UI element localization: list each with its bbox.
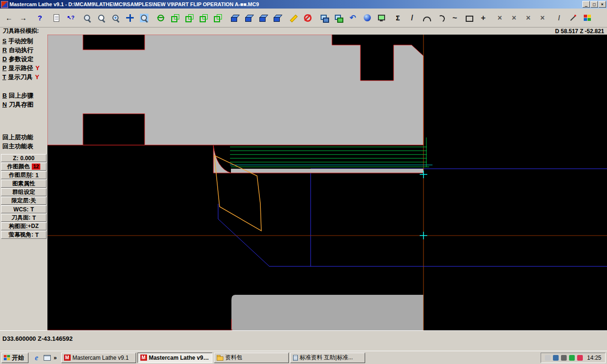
task-buttons: MMastercam Lathe v9.1MMastercam Lathe v9… bbox=[61, 353, 365, 363]
menu-backup-menu[interactable]: 回上层功能 bbox=[0, 133, 47, 142]
zoom-window-button[interactable] bbox=[94, 11, 109, 25]
minimize-button[interactable]: _ bbox=[582, 1, 590, 8]
titlebar[interactable]: Mastercam Lathe v9.1 - D:\MCAM9\LATHE\MC… bbox=[0, 0, 607, 9]
arc-button[interactable] bbox=[419, 11, 433, 25]
group-settings-button[interactable]: 群组设定 bbox=[1, 188, 46, 196]
quicklaunch-overflow-chevron[interactable]: » bbox=[53, 355, 58, 361]
folder-icon bbox=[217, 356, 223, 361]
fillet-button[interactable] bbox=[566, 11, 580, 25]
menu-backup-step[interactable]: B回上步骤 bbox=[0, 91, 47, 100]
zoom-button[interactable] bbox=[80, 11, 94, 25]
gview-dynamic-button[interactable] bbox=[154, 11, 168, 25]
circle-button[interactable] bbox=[433, 11, 448, 25]
cplane-3d-button[interactable] bbox=[270, 11, 284, 25]
entity-attributes-button[interactable]: 图素属性 bbox=[1, 180, 46, 188]
draw-level-button[interactable]: 作图层别:1 bbox=[1, 171, 46, 179]
task-mastercam-2[interactable]: MMastercam Lathe v9.... bbox=[138, 353, 212, 363]
tray-volume-icon[interactable] bbox=[561, 355, 567, 361]
pan-button[interactable] bbox=[123, 11, 137, 25]
undelete-button[interactable] bbox=[301, 11, 315, 25]
z-depth-button[interactable]: Z:0.000 bbox=[1, 154, 46, 162]
back-button[interactable]: ← bbox=[2, 11, 16, 25]
menu-manual-control[interactable]: S手动控制 bbox=[0, 36, 47, 46]
screen-regen-button[interactable] bbox=[374, 11, 388, 25]
cplane-top-button[interactable] bbox=[227, 11, 241, 25]
stock-remaining-strip bbox=[231, 169, 423, 173]
rectangle-button[interactable] bbox=[462, 11, 476, 25]
join-button[interactable]: × bbox=[521, 11, 535, 25]
modify-button[interactable]: × bbox=[535, 11, 550, 25]
tool-plane-button[interactable]: 刀具面:T bbox=[1, 214, 46, 222]
gview-iso-button[interactable] bbox=[211, 11, 225, 25]
task-mastercam-1[interactable]: MMastercam Lathe v9.1 bbox=[61, 353, 136, 363]
cube-blue-icon bbox=[273, 14, 281, 22]
task-folder[interactable]: 资料包 bbox=[214, 353, 289, 363]
modify-icon: × bbox=[540, 14, 544, 22]
draw-color-button[interactable]: 作图颜色12 bbox=[1, 163, 46, 171]
screen-blank-button[interactable] bbox=[317, 11, 331, 25]
menu-set-parameters[interactable]: D参数设定 bbox=[0, 55, 47, 64]
show-desktop-launcher[interactable] bbox=[42, 353, 52, 363]
quick-launch: e » bbox=[30, 353, 60, 363]
start-button[interactable]: 开始 bbox=[1, 353, 28, 363]
tray-input-method-icon[interactable] bbox=[553, 355, 559, 361]
screen-fit-button[interactable] bbox=[331, 11, 346, 25]
zoom-select-button[interactable] bbox=[137, 11, 151, 25]
line-button[interactable]: / bbox=[405, 11, 419, 25]
wcs-button[interactable]: WCS:T bbox=[1, 205, 46, 213]
menu-show-tool[interactable]: T显示刀具Y bbox=[0, 73, 47, 82]
shading-button[interactable] bbox=[360, 11, 374, 25]
menu-show-path[interactable]: P显示路径Y bbox=[0, 64, 47, 73]
forward-button[interactable]: → bbox=[16, 11, 30, 25]
menu-auto-run[interactable]: R自动执行 bbox=[0, 46, 47, 55]
cplane-front-button[interactable] bbox=[241, 11, 256, 25]
forward-icon: → bbox=[20, 14, 27, 21]
construction-plane-button[interactable]: 构图面:+DZ bbox=[1, 222, 46, 230]
cursor-coordinate-readout: D 58.517 Z -52.821 bbox=[555, 28, 604, 35]
context-help-icon: ↖? bbox=[67, 15, 74, 20]
delete-button[interactable] bbox=[286, 11, 301, 25]
prompt-bar: 刀具路径模拟: D 58.517 Z -52.821 bbox=[0, 27, 607, 35]
screens2-icon bbox=[334, 14, 343, 22]
maximize-button[interactable]: □ bbox=[590, 1, 598, 8]
screen-view-button[interactable]: 萤幕视角:T bbox=[1, 231, 46, 239]
window-title: Mastercam Lathe v9.1 - D:\MCAM9\LATHE\MC… bbox=[9, 1, 581, 7]
graphics-canvas[interactable] bbox=[47, 35, 607, 330]
spline-icon: ~ bbox=[452, 14, 457, 22]
zoom-in-button[interactable] bbox=[109, 11, 123, 25]
undo-button[interactable]: ↶ bbox=[346, 11, 360, 25]
magnifier-icon bbox=[83, 14, 92, 22]
rect-icon bbox=[465, 14, 473, 22]
close-button[interactable]: × bbox=[598, 1, 606, 8]
task-browser[interactable]: 标准资料 互助|标准... bbox=[290, 353, 365, 363]
gview-front-button[interactable] bbox=[182, 11, 196, 25]
ie-icon: e bbox=[35, 354, 38, 362]
limit-level-button[interactable]: 限定层:关 bbox=[1, 197, 46, 205]
trim-button[interactable]: × bbox=[493, 11, 507, 25]
analyze-button[interactable]: Σ bbox=[391, 11, 405, 25]
tray-printer-icon[interactable] bbox=[545, 355, 551, 361]
ie-launcher[interactable]: e bbox=[32, 353, 41, 363]
help-icon: ? bbox=[37, 14, 42, 21]
chamfer-button[interactable]: / bbox=[552, 11, 566, 25]
notes-button[interactable] bbox=[49, 11, 64, 25]
palette-icon bbox=[583, 14, 592, 22]
taskbar: 开始 e » MMastercam Lathe v9.1MMastercam L… bbox=[0, 351, 607, 364]
help-button[interactable]: ? bbox=[33, 11, 47, 25]
cplane-side-button[interactable] bbox=[256, 11, 270, 25]
tray-antivirus-icon[interactable] bbox=[569, 355, 575, 361]
globe-icon bbox=[156, 14, 165, 22]
gview-side-button[interactable] bbox=[196, 11, 211, 25]
context-help-button[interactable]: ↖? bbox=[64, 11, 78, 25]
cube-green-icon bbox=[199, 14, 208, 22]
menu-main-menu[interactable]: 回主功能表 bbox=[0, 142, 47, 151]
break-button[interactable]: × bbox=[507, 11, 521, 25]
point-button[interactable]: + bbox=[476, 11, 490, 25]
gview-top-button[interactable] bbox=[168, 11, 182, 25]
menu-tool-snapshot[interactable]: N刀具存图 bbox=[0, 100, 47, 109]
spline-button[interactable]: ~ bbox=[448, 11, 462, 25]
mastercam-window: Mastercam Lathe v9.1 - D:\MCAM9\LATHE\MC… bbox=[0, 0, 607, 364]
tray-downloader-icon[interactable] bbox=[577, 355, 583, 361]
desktop-icon bbox=[44, 355, 51, 361]
colors-button[interactable] bbox=[580, 11, 595, 25]
